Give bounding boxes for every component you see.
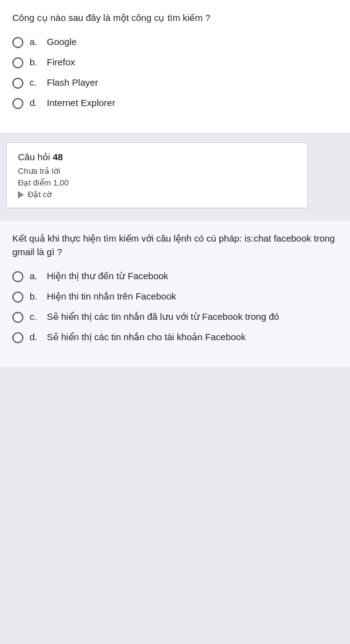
answer-label-48-2: c.	[30, 311, 42, 322]
question-info-card-48: Câu hỏi 48 Chưa trả lời Đạt điểm 1,00 Đặ…	[0, 142, 350, 208]
question-number: 48	[53, 152, 63, 162]
answer-text-47-0: Google	[47, 36, 76, 47]
flag-row-48[interactable]: Đặt cờ	[18, 190, 296, 199]
answer-text-48-0: Hiện thị thư đến từ Facebook	[47, 271, 168, 282]
flag-label: Đặt cờ	[28, 190, 52, 199]
radio-48-2[interactable]	[12, 312, 23, 323]
radio-48-1[interactable]	[12, 291, 23, 303]
question-48-header: Câu hỏi 48	[18, 152, 296, 163]
answer-label-47-0: a.	[30, 36, 42, 47]
flag-icon	[18, 191, 24, 198]
answer-item-48-0[interactable]: a.Hiện thị thư đến từ Facebook	[12, 271, 338, 282]
gap-2	[0, 208, 350, 221]
answer-label-48-1: b.	[30, 291, 42, 301]
answer-text-48-3: Sẽ hiển thị các tin nhắn cho tài khoản F…	[47, 332, 246, 343]
answer-text-48-2: Sẽ hiển thị các tin nhắn đã lưu với từ F…	[47, 311, 279, 322]
radio-48-3[interactable]	[12, 332, 23, 343]
answer-list-48: a.Hiện thị thư đến từ Facebookb.Hiện thi…	[12, 271, 338, 343]
question-48-score: Đạt điểm 1,00	[18, 178, 296, 187]
answer-item-48-1[interactable]: b.Hiện thi tin nhắn trên Facebook	[12, 291, 338, 303]
question-label: Câu hỏi	[18, 152, 53, 162]
answer-item-48-2[interactable]: c.Sẽ hiển thị các tin nhắn đã lưu với từ…	[12, 311, 338, 323]
answer-text-47-2: Flash Player	[47, 77, 98, 88]
gap-1	[0, 132, 350, 142]
radio-47-2[interactable]	[12, 78, 23, 89]
question-48-content: Kết quả khi thực hiện tìm kiếm với câu l…	[0, 221, 350, 367]
page-wrapper: Công cụ nào sau đây là một công cụ tìm k…	[0, 0, 350, 644]
question-48-text: Kết quả khi thực hiện tìm kiếm với câu l…	[12, 232, 338, 259]
question-48-status: Chưa trả lời	[18, 166, 296, 176]
answer-item-47-1[interactable]: b.Firefox	[12, 57, 338, 68]
radio-47-1[interactable]	[12, 57, 23, 68]
answer-text-47-1: Firefox	[47, 57, 75, 67]
question-47-content: Công cụ nào sau đây là một công cụ tìm k…	[0, 0, 350, 132]
answer-label-47-1: b.	[30, 57, 42, 67]
radio-47-0[interactable]	[12, 37, 23, 48]
answer-item-48-3[interactable]: d.Sẽ hiển thị các tin nhắn cho tài khoản…	[12, 332, 338, 343]
answer-text-48-1: Hiện thi tin nhắn trên Facebook	[47, 291, 176, 302]
answer-item-47-3[interactable]: d.Internet Explorer	[12, 97, 338, 109]
question-47-text: Công cụ nào sau đây là một công cụ tìm k…	[12, 11, 338, 25]
answer-label-47-3: d.	[30, 97, 42, 108]
answer-list-47: a.Googleb.Firefoxc.Flash Playerd.Interne…	[12, 36, 338, 109]
radio-48-0[interactable]	[12, 271, 23, 282]
answer-label-47-2: c.	[30, 77, 42, 88]
radio-47-3[interactable]	[12, 98, 23, 109]
answer-item-47-0[interactable]: a.Google	[12, 36, 338, 48]
answer-item-47-2[interactable]: c.Flash Player	[12, 77, 338, 89]
answer-label-48-3: d.	[30, 332, 42, 342]
answer-label-48-0: a.	[30, 271, 42, 281]
answer-text-47-3: Internet Explorer	[47, 97, 115, 108]
